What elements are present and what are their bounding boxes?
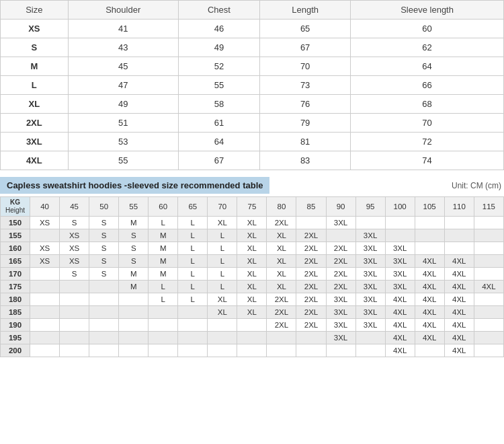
rec-size-cell: 3XL [385,255,415,268]
size-value: 79 [260,114,351,133]
rec-size-cell: XL [267,242,296,255]
rec-size-cell [178,332,208,344]
rec-size-cell [474,217,503,229]
column-header: Sleeve length [351,1,504,20]
rec-row: 180LLXLXL2XL2XL3XL3XL4XL4XL4XL [1,293,504,306]
rec-size-cell: 3XL [385,242,415,255]
size-value: 58 [178,95,259,114]
size-value: 64 [178,133,259,151]
rec-size-cell: L [208,255,237,268]
rec-title: Capless sweatshirt hoodies -sleeved size… [0,177,269,194]
rec-size-cell: S [119,242,149,255]
rec-size-cell [326,344,355,357]
rec-size-cell: S [119,255,149,268]
rec-size-cell [385,229,415,242]
size-label: 2XL [1,114,69,133]
rec-size-cell [60,319,89,332]
rec-row: 175MLLLXLXL2XL2XL3XL3XL4XL4XL4XL [1,281,504,293]
kg-header: 70 [208,197,237,217]
rec-size-cell [385,217,415,229]
rec-size-cell: S [89,268,119,281]
table-row: L47557366 [1,76,504,95]
size-value: 65 [260,20,351,38]
rec-size-cell: L [208,229,237,242]
rec-size-cell [149,306,178,319]
height-label: 155 [1,229,30,242]
rec-size-cell [355,332,385,344]
rec-size-cell [89,332,119,344]
size-value: 67 [178,151,259,170]
rec-size-cell: XL [237,229,267,242]
rec-row: 1953XL4XL4XL4XL [1,332,504,344]
rec-size-cell [149,319,178,332]
rec-size-cell: 3XL [355,242,385,255]
rec-size-cell [89,319,119,332]
rec-size-cell [474,255,503,268]
size-value: 83 [260,151,351,170]
rec-size-cell: L [178,255,208,268]
rec-size-cell: 2XL [326,255,355,268]
rec-size-cell: XL [267,229,296,242]
rec-size-cell: 4XL [415,255,444,268]
size-chart-table: SizeShoulderChestLengthSleeve length XS4… [0,0,504,170]
rec-size-cell [267,344,296,357]
size-value: 70 [351,114,504,133]
rec-size-cell: L [208,242,237,255]
rec-size-cell: M [149,229,178,242]
rec-size-cell [60,281,89,293]
rec-size-cell [474,293,503,306]
height-label: 165 [1,255,30,268]
rec-header: Capless sweatshirt hoodies -sleeved size… [0,177,504,194]
rec-size-cell: 3XL [326,217,355,229]
size-value: 43 [68,38,178,57]
rec-row: 165XSXSSSMLLXLXL2XL2XL3XL3XL4XL4XL [1,255,504,268]
size-label: M [1,57,69,76]
table-row: 2XL51617970 [1,114,504,133]
rec-size-cell [30,319,60,332]
rec-size-cell: XL [267,281,296,293]
rec-size-cell: M [119,281,149,293]
rec-size-cell: 3XL [355,268,385,281]
size-value: 74 [351,151,504,170]
rec-size-cell [444,217,474,229]
rec-size-cell: 4XL [444,344,474,357]
height-label: 185 [1,306,30,319]
rec-size-cell: 3XL [326,332,355,344]
kg-header: 45 [60,197,89,217]
table-row: 3XL53648172 [1,133,504,151]
table-row: XS41466560 [1,20,504,38]
rec-size-cell: 2XL [296,229,326,242]
rec-size-cell: 2XL [296,281,326,293]
size-value: 55 [68,151,178,170]
kg-header: 115 [474,197,503,217]
rec-size-cell: 3XL [355,281,385,293]
rec-size-cell: S [60,268,89,281]
rec-size-cell: 3XL [355,306,385,319]
rec-size-cell [208,332,237,344]
rec-size-cell [60,306,89,319]
rec-size-cell: L [178,242,208,255]
rec-size-cell [119,344,149,357]
rec-size-cell: S [89,229,119,242]
rec-size-cell: XL [237,281,267,293]
rec-size-cell: XS [60,242,89,255]
rec-size-cell: 3XL [385,281,415,293]
size-value: 62 [351,38,504,57]
rec-size-cell: S [119,229,149,242]
rec-size-cell: 4XL [444,319,474,332]
kg-header: 50 [89,197,119,217]
rec-size-cell: XL [267,255,296,268]
rec-size-cell: 4XL [415,319,444,332]
rec-size-cell [30,332,60,344]
height-label: 200 [1,344,30,357]
height-label: 160 [1,242,30,255]
height-label: 170 [1,268,30,281]
size-label: S [1,38,69,57]
rec-size-cell [444,242,474,255]
rec-size-cell [237,319,267,332]
rec-size-cell [30,306,60,319]
rec-size-cell [89,344,119,357]
size-value: 47 [68,76,178,95]
rec-size-cell [30,229,60,242]
size-value: 72 [351,133,504,151]
